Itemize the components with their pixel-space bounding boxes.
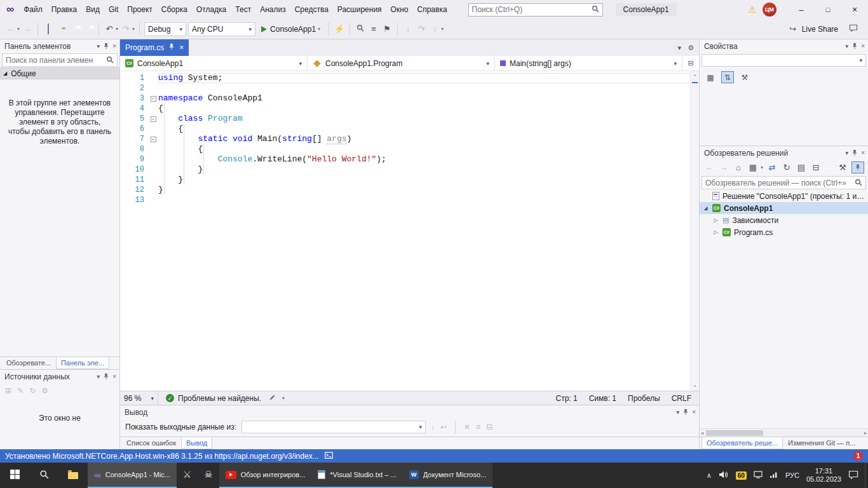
show-all-files-icon[interactable]: ▤ (796, 163, 807, 172)
properties-wrench-icon[interactable]: ⚒ (837, 163, 848, 172)
taskbar-app-video[interactable]: Обзор интегриров... (219, 463, 312, 488)
collapse-icon[interactable]: ⊟ (486, 423, 492, 431)
preview-selected-items-pin-icon[interactable] (851, 161, 864, 173)
menu-item-analyze[interactable]: Анализ (255, 0, 290, 19)
bookmark-icon[interactable]: ⚑ (381, 24, 393, 34)
chevron-down-icon[interactable]: ▾ (97, 373, 100, 380)
chevron-down-icon[interactable]: ▾ (486, 60, 489, 67)
configure-icon[interactable]: ⚙ (41, 386, 48, 395)
menu-item-file[interactable]: Файл (19, 0, 47, 19)
account-avatar[interactable]: ЦМ (763, 3, 776, 17)
scrollbar-thumb[interactable] (706, 430, 763, 436)
output-header[interactable]: Вывод ▾ × (120, 405, 699, 419)
code-line-12[interactable]: 12} (120, 185, 699, 195)
line-number[interactable]: 8 (120, 144, 148, 154)
refresh-icon[interactable]: ↻ (29, 386, 36, 395)
language-indicator[interactable]: РУС (785, 471, 799, 479)
clear-all-icon[interactable]: ✕ (464, 423, 470, 431)
new-file-icon[interactable] (43, 24, 54, 34)
volume-icon[interactable] (719, 470, 729, 480)
fold-collapse-icon[interactable]: - (148, 134, 158, 144)
notification-warning-icon[interactable]: ⚠ (748, 4, 756, 15)
code-line-1[interactable]: 1using System; (120, 73, 699, 83)
dock-tab-0[interactable]: Обозревате... (2, 357, 55, 369)
home-icon[interactable]: ⌂ (733, 163, 744, 172)
show-desktop-button[interactable] (865, 463, 868, 488)
fold-box[interactable]: - (151, 116, 156, 122)
line-indicator[interactable]: Стр: 1 (556, 394, 578, 403)
menu-item-edit[interactable]: Правка (47, 0, 82, 19)
feedback-icon[interactable] (848, 24, 859, 34)
fold-collapse-icon[interactable]: - (148, 114, 158, 124)
find-in-files-icon[interactable] (355, 24, 366, 34)
line-number[interactable]: 4 (120, 104, 148, 114)
dock-tab-1[interactable]: Панель эле... (56, 357, 109, 369)
toolbar-options-icon[interactable]: ▾ (441, 26, 444, 32)
search-icon[interactable] (592, 4, 599, 15)
column-indicator[interactable]: Симв: 1 (589, 394, 616, 403)
notification-badge[interactable]: 1 (853, 451, 863, 461)
chevron-down-icon[interactable]: ▾ (299, 60, 302, 67)
quick-search-input[interactable] (472, 5, 592, 14)
clock[interactable]: 17:31 05.02.2023 (806, 467, 841, 484)
solution-search-box[interactable] (702, 176, 866, 189)
redo-icon[interactable]: ↷ (120, 24, 132, 34)
tree-arrow-collapsed-icon[interactable]: ▷ (712, 229, 719, 235)
pin-icon[interactable] (168, 43, 175, 52)
tree-item-3[interactable]: ▷C#Program.cs (700, 226, 868, 238)
solution-horizontal-scrollbar[interactable]: ◂ ▸ (700, 428, 868, 437)
menu-item-debug[interactable]: Отладка (192, 0, 231, 19)
menu-item-tools[interactable]: Средства (290, 0, 333, 19)
categorized-icon[interactable]: ▦ (704, 71, 717, 83)
console-icon[interactable] (325, 452, 333, 461)
back-icon[interactable]: ← (703, 163, 715, 172)
dock-tab-0[interactable]: Обозреватель реше... (702, 437, 783, 449)
scroll-up-icon[interactable]: ▴ (691, 71, 699, 79)
line-number[interactable]: 10 (120, 165, 148, 175)
redo-dropdown-icon[interactable]: ▾ (132, 26, 135, 32)
menu-item-git[interactable]: Git (104, 0, 123, 19)
dock-tab-1[interactable]: Вывод (181, 437, 212, 449)
menu-item-project[interactable]: Проект (123, 0, 157, 19)
alphabetical-sort-icon[interactable]: ⇅ (721, 71, 734, 83)
line-number[interactable]: 5 (120, 114, 148, 124)
step-over-icon[interactable]: ↷ (416, 24, 427, 34)
breadcrumb-1[interactable]: ConsoleApp1.Program▾ (308, 56, 495, 71)
code-line-9[interactable]: 9 Console.WriteLine("Hello World!"); (120, 154, 699, 165)
chevron-down-icon[interactable]: ▾ (676, 409, 679, 416)
attach-process-icon[interactable]: ⚡ (334, 24, 345, 34)
taskbar-app-notepad[interactable]: *Visual Studio.txt – ... (311, 463, 402, 488)
taskbar-app-swords[interactable]: ⚔ (177, 463, 198, 488)
close-icon[interactable]: × (861, 43, 865, 50)
code-line-4[interactable]: 4{ (120, 104, 699, 114)
scroll-down-icon[interactable]: ▾ (691, 383, 699, 391)
editor-vertical-scrollbar[interactable]: ▴ ▾ (690, 71, 699, 391)
step-out-icon[interactable]: ↑ (429, 24, 440, 34)
document-list-icon[interactable]: ▾ (678, 44, 682, 52)
switch-views-icon[interactable]: ▦ (747, 163, 759, 172)
live-share-button[interactable]: ↪ Live Share (787, 24, 838, 34)
toolbox-search-input[interactable] (6, 56, 106, 65)
close-icon[interactable]: × (112, 43, 116, 50)
code-line-6[interactable]: 6 { (120, 124, 699, 134)
line-number[interactable]: 2 (120, 83, 148, 93)
toggle-list-icon[interactable]: ≡ (476, 423, 480, 431)
configuration-dropdown[interactable]: Debug▾ (144, 22, 186, 36)
tray-display-icon[interactable] (754, 471, 763, 480)
start-button[interactable] (0, 463, 29, 488)
taskbar-app-skull[interactable]: ☠ (198, 463, 219, 488)
dock-tab-1[interactable]: Изменения Git — п... (783, 437, 860, 449)
line-endings-indicator[interactable]: CRLF (672, 394, 691, 403)
chevron-down-icon[interactable]: ▾ (97, 43, 100, 50)
close-icon[interactable]: × (692, 409, 696, 416)
close-icon[interactable]: × (112, 373, 116, 380)
toolbox-header[interactable]: Панель элементов ▾ × (0, 39, 119, 53)
code-line-7[interactable]: 7- static void Main(string[] args) (120, 134, 699, 144)
tree-arrow-collapsed-icon[interactable]: ▷ (712, 217, 719, 223)
search-icon[interactable] (106, 55, 114, 66)
code-line-5[interactable]: 5- class Program (120, 114, 699, 124)
code-line-13[interactable]: 13 (120, 195, 699, 205)
chevron-down-icon[interactable]: ▾ (845, 149, 848, 156)
close-button[interactable]: × (841, 0, 868, 19)
start-debugging-button[interactable]: ConsoleApp1 ▾ (257, 22, 324, 37)
